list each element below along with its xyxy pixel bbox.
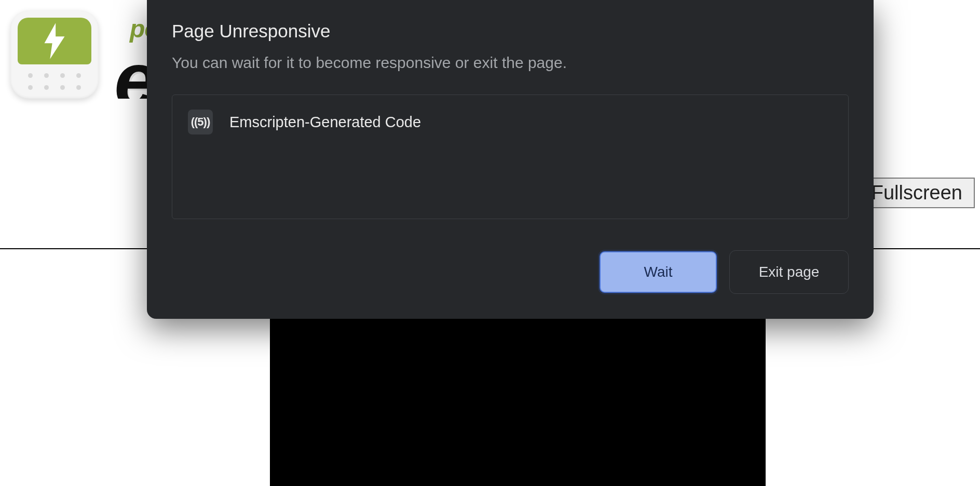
app-icon-dots: [18, 72, 91, 91]
dot-icon: [44, 85, 49, 90]
dot-icon: [60, 85, 65, 90]
lightning-bolt-icon: [41, 23, 68, 59]
dialog-title: Page Unresponsive: [172, 21, 849, 42]
dot-icon: [60, 73, 65, 78]
dot-icon: [76, 73, 81, 78]
fullscreen-button[interactable]: Fullscreen: [859, 178, 975, 208]
page-favicon-icon: ((5)): [188, 110, 213, 134]
wait-button[interactable]: Wait: [598, 250, 718, 294]
app-icon-panel: [18, 18, 91, 64]
dot-icon: [28, 73, 33, 78]
list-item: ((5)) Emscripten-Generated Code: [188, 110, 833, 134]
dot-icon: [28, 85, 33, 90]
unresponsive-pages-list: ((5)) Emscripten-Generated Code: [172, 95, 849, 219]
dialog-button-row: Wait Exit page: [172, 250, 849, 294]
dialog-subtitle: You can wait for it to become responsive…: [172, 54, 849, 72]
exit-page-button[interactable]: Exit page: [729, 250, 849, 294]
page-unresponsive-dialog: Page Unresponsive You can wait for it to…: [147, 0, 874, 319]
page-name-label: Emscripten-Generated Code: [229, 114, 421, 131]
dot-icon: [44, 73, 49, 78]
emscripten-app-icon: [10, 10, 99, 99]
dot-icon: [76, 85, 81, 90]
